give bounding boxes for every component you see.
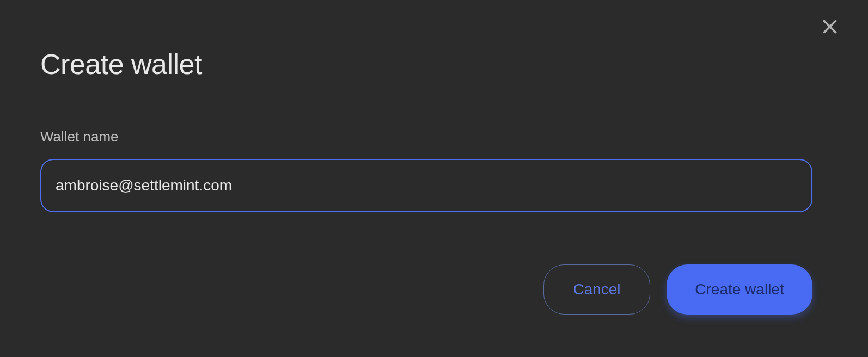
create-wallet-button[interactable]: Create wallet [667,264,812,315]
wallet-name-label: Wallet name [40,128,119,145]
cancel-button[interactable]: Cancel [543,264,650,315]
close-button[interactable] [819,16,841,38]
modal-title: Create wallet [40,48,202,81]
wallet-name-input[interactable] [40,159,812,212]
close-icon [820,17,840,38]
button-row: Cancel Create wallet [543,264,812,315]
